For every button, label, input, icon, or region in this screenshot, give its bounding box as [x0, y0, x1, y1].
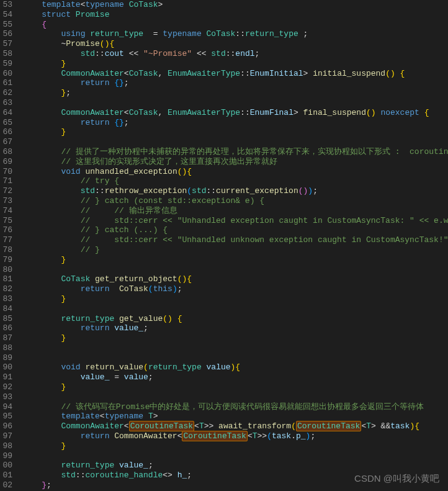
line-number: 72: [0, 186, 12, 196]
line-number: 61: [0, 78, 12, 88]
line-number: 82: [0, 284, 12, 294]
line-number-gutter: 5354555657585960616263646566676869707172…: [0, 0, 17, 491]
line-number: 79: [0, 255, 12, 265]
line-number: 92: [0, 382, 12, 392]
code-line[interactable]: return {};: [22, 78, 448, 88]
line-number: 71: [0, 176, 12, 186]
code-line[interactable]: // 该代码写在Promise中的好处是，可以方便阅读代码很容易就能回想出协程最…: [22, 402, 448, 412]
line-number: 54: [0, 10, 12, 20]
code-line[interactable]: value_ = value;: [22, 372, 448, 382]
line-number: 55: [0, 20, 12, 30]
code-line[interactable]: };: [22, 88, 448, 98]
code-line[interactable]: // 提供了一种对协程中未捕获的异常的再处理，比如将异常保存下来，实现协程如以下…: [22, 147, 448, 157]
code-line[interactable]: template<typename CoTask>: [22, 0, 448, 10]
code-line[interactable]: }: [22, 255, 448, 265]
code-line[interactable]: }: [22, 333, 448, 343]
code-line[interactable]: CommonAwaiter<CoTask, EnumAwaiterType::E…: [22, 108, 448, 118]
line-number: 63: [0, 98, 12, 108]
line-number: 68: [0, 147, 12, 157]
line-number: 84: [0, 304, 12, 314]
code-line[interactable]: [22, 137, 448, 147]
line-number: 69: [0, 157, 12, 167]
code-line[interactable]: // std::cerr << "Unhandled unknown excep…: [22, 235, 448, 245]
line-number: 86: [0, 323, 12, 333]
line-number: 96: [0, 421, 12, 431]
line-number: 56: [0, 29, 12, 39]
code-line[interactable]: // // 输出异常信息: [22, 206, 448, 216]
line-number: 88: [0, 343, 12, 353]
code-line[interactable]: CoTask get_return_object(){: [22, 274, 448, 284]
code-line[interactable]: void unhandled_exception(){: [22, 167, 448, 177]
line-number: 83: [0, 294, 12, 304]
code-line[interactable]: std::cout << "~Promise" << std::endl;: [22, 49, 448, 59]
code-line[interactable]: template<typename T>: [22, 412, 448, 421]
line-number: 00: [0, 461, 12, 471]
line-number: 57: [0, 39, 12, 49]
code-line[interactable]: }: [22, 294, 448, 304]
code-line[interactable]: // std::cerr << "Unhandled exception cau…: [22, 216, 448, 226]
line-number: 58: [0, 49, 12, 59]
line-number: 91: [0, 372, 12, 382]
line-number: 67: [0, 137, 12, 147]
code-line[interactable]: CommonAwaiter<CoTask, EnumAwaiterType::E…: [22, 69, 448, 79]
line-number: 97: [0, 431, 12, 441]
code-line[interactable]: [22, 343, 448, 353]
line-number: 64: [0, 108, 12, 118]
code-line[interactable]: return CommonAwaiter<CoroutineTask<T>>(t…: [22, 431, 448, 441]
line-number: 53: [0, 0, 12, 10]
code-line[interactable]: [22, 304, 448, 314]
code-line[interactable]: std::rethrow_exception(std::current_exce…: [22, 186, 448, 196]
line-number: 02: [0, 480, 12, 490]
line-number: 90: [0, 363, 12, 372]
code-line[interactable]: using return_type = typename CoTask::ret…: [22, 29, 448, 39]
line-number: 60: [0, 69, 12, 79]
line-number: 77: [0, 235, 12, 245]
line-number: 94: [0, 402, 12, 412]
code-line[interactable]: // }: [22, 245, 448, 255]
line-number: 89: [0, 353, 12, 363]
code-line[interactable]: [22, 98, 448, 108]
code-editor[interactable]: 5354555657585960616263646566676869707172…: [0, 0, 448, 491]
line-number: 62: [0, 88, 12, 98]
line-number: 95: [0, 412, 12, 421]
line-number: 73: [0, 196, 12, 206]
line-number: 93: [0, 392, 12, 402]
code-line[interactable]: }: [22, 127, 448, 137]
code-line[interactable]: return value_;: [22, 323, 448, 333]
code-line[interactable]: CommonAwaiter<CoroutineTask<T>> await_tr…: [22, 421, 448, 431]
code-line[interactable]: [22, 392, 448, 402]
line-number: 78: [0, 245, 12, 255]
line-number: 81: [0, 274, 12, 284]
code-line[interactable]: // } catch (...) {: [22, 225, 448, 235]
code-line[interactable]: struct Promise: [22, 10, 448, 20]
line-number: 80: [0, 265, 12, 275]
code-line[interactable]: }: [22, 441, 448, 451]
code-area[interactable]: template<typename CoTask> struct Promise…: [17, 0, 448, 491]
code-line[interactable]: return CoTask(this);: [22, 284, 448, 294]
code-line[interactable]: [22, 265, 448, 275]
code-line[interactable]: return {};: [22, 118, 448, 128]
code-line[interactable]: }: [22, 59, 448, 69]
watermark-text: CSDN @叫我小黄吧: [354, 473, 439, 485]
line-number: 85: [0, 314, 12, 324]
line-number: 59: [0, 59, 12, 69]
code-line[interactable]: [22, 353, 448, 363]
code-line[interactable]: // try {: [22, 176, 448, 186]
line-number: 76: [0, 225, 12, 235]
line-number: 74: [0, 206, 12, 216]
line-number: 87: [0, 333, 12, 343]
code-line[interactable]: {: [22, 20, 448, 30]
line-number: 66: [0, 127, 12, 137]
code-line[interactable]: // 这里我们的实现形式决定了，这里直接再次抛出异常就好: [22, 157, 448, 167]
code-line[interactable]: return_type get_value() {: [22, 314, 448, 324]
code-line[interactable]: void return_value(return_type value){: [22, 363, 448, 372]
code-line[interactable]: }: [22, 382, 448, 392]
line-number: 75: [0, 216, 12, 226]
code-line[interactable]: // } catch (const std::exception& e) {: [22, 196, 448, 206]
line-number: 65: [0, 118, 12, 128]
code-line[interactable]: return_type value_;: [22, 461, 448, 471]
code-line[interactable]: ~Promise(){: [22, 39, 448, 49]
line-number: 99: [0, 451, 12, 461]
line-number: 01: [0, 471, 12, 480]
code-line[interactable]: [22, 451, 448, 461]
